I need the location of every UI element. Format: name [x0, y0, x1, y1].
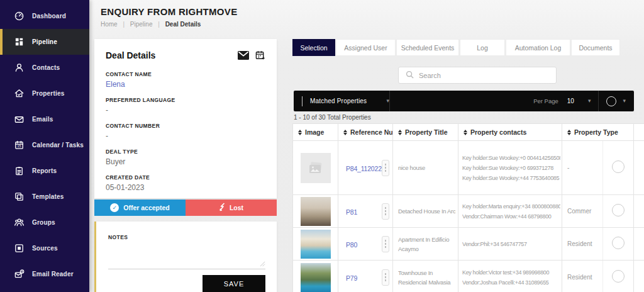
column-header-image[interactable]: Image: [293, 124, 338, 141]
search-icon: [406, 70, 414, 81]
column-header-contacts[interactable]: Property contacts: [458, 124, 562, 141]
sidebar: Dashboard Pipeline Contacts Properties E…: [0, 0, 89, 292]
property-contact: Vendor:Chairman Wow:+44 68798800: [462, 213, 560, 220]
column-header-cutoff: [634, 124, 644, 141]
toolbar-tick: [302, 96, 303, 106]
kebab-menu-icon[interactable]: [382, 269, 389, 286]
field-created-date: CREATED DATE 05-01-2023: [106, 174, 265, 192]
select-property-radio[interactable]: [612, 160, 625, 173]
column-header-type[interactable]: Property Type: [562, 124, 634, 141]
notes-label: NOTES: [108, 234, 265, 240]
status-circle-icon[interactable]: [606, 96, 616, 106]
breadcrumb-deal-details: Deal Details: [165, 21, 201, 28]
kebab-menu-icon[interactable]: [382, 160, 389, 176]
breadcrumb-separator: |: [158, 21, 160, 28]
sidebar-item-sources[interactable]: Sources: [0, 235, 89, 261]
toolbar-divider: [389, 91, 390, 111]
properties-icon: [13, 88, 25, 99]
sidebar-item-groups[interactable]: Groups: [0, 210, 89, 235]
property-thumbnail[interactable]: [301, 197, 331, 226]
property-contact: Vendor:Joshua Pacelli:+44 31089655: [462, 279, 560, 286]
dashboard-icon: [13, 11, 25, 22]
property-thumbnail[interactable]: [301, 230, 331, 259]
sidebar-item-properties[interactable]: Properties: [0, 81, 89, 106]
save-button[interactable]: SAVE: [203, 275, 265, 292]
sort-icon: [567, 130, 571, 135]
column-header-title[interactable]: Property Title: [393, 124, 458, 141]
tab-log[interactable]: Log: [460, 39, 505, 56]
chevron-down-icon[interactable]: ▾: [588, 98, 591, 104]
property-title: Townhouse In: [398, 269, 455, 276]
sidebar-item-contacts[interactable]: Contacts: [0, 55, 89, 81]
property-thumbnail[interactable]: [301, 263, 331, 292]
contacts-icon: [13, 62, 25, 74]
tab-scheduled-events[interactable]: Scheduled Events: [396, 39, 459, 56]
matched-properties-dropdown[interactable]: Matched Properties ▾: [303, 98, 389, 104]
breadcrumb: Home | Pipeline | Deal Details: [101, 21, 201, 28]
property-thumbnail[interactable]: [301, 153, 331, 183]
lost-button[interactable]: Lost: [186, 199, 277, 216]
sidebar-item-emails[interactable]: Emails: [0, 106, 89, 132]
search-box: [398, 67, 557, 84]
notes-card: NOTES SAVE: [94, 222, 277, 292]
results-summary: 1 - 10 of 30 Total Properties: [294, 114, 371, 121]
per-page-label: Per Page: [533, 98, 558, 104]
deal-details-card: Deal Details CONTACT NAME Elena PREFERRE…: [94, 39, 277, 198]
breadcrumb-pipeline[interactable]: Pipeline: [130, 21, 153, 28]
sort-icon: [398, 130, 402, 135]
offer-accepted-button[interactable]: ✓ Offer accepted: [94, 199, 186, 216]
tab-assigned-user[interactable]: Assigned User: [336, 39, 396, 56]
search-input[interactable]: [419, 72, 545, 79]
field-deal-type: DEAL TYPE Buyer: [106, 149, 265, 166]
property-type: -: [562, 141, 603, 195]
select-property-radio[interactable]: [612, 270, 625, 283]
kebab-menu-icon[interactable]: [382, 236, 389, 252]
reference-link[interactable]: P79: [346, 274, 357, 282]
chevron-down-icon[interactable]: ▾: [623, 98, 626, 104]
svg-text:15: 15: [17, 144, 21, 148]
select-property-radio[interactable]: [612, 204, 625, 216]
tab-selection[interactable]: Selection: [292, 39, 335, 56]
sources-icon: [13, 243, 25, 254]
resize-handle-icon[interactable]: [260, 258, 265, 269]
sidebar-item-pipeline[interactable]: Pipeline: [0, 29, 89, 55]
table-row: P81 Detached House In Arona Key holder:M…: [293, 195, 644, 228]
reference-link[interactable]: P81: [346, 208, 357, 216]
per-page-value[interactable]: 10: [567, 98, 574, 104]
tab-bar: Selection Assigned User Scheduled Events…: [292, 39, 620, 56]
deal-action-buttons: ✓ Offer accepted Lost: [94, 199, 277, 216]
check-circle-icon: ✓: [110, 203, 119, 212]
contact-name-link[interactable]: Elena: [106, 80, 265, 89]
select-property-radio[interactable]: [612, 237, 625, 249]
sidebar-item-reports[interactable]: Reports: [0, 158, 89, 184]
tab-automation-log[interactable]: Automation Log: [506, 39, 570, 56]
notes-textarea[interactable]: [108, 249, 265, 269]
column-header-reference[interactable]: Reference Nu...: [338, 124, 393, 141]
sort-icon: [464, 130, 467, 135]
tab-documents[interactable]: Documents: [571, 39, 620, 56]
table-row: P80 Apartment In Edificio Acaymo Vendor:…: [293, 228, 644, 261]
sidebar-item-dashboard[interactable]: Dashboard: [0, 3, 89, 29]
lost-zigzag-icon: [219, 203, 225, 213]
sidebar-item-email-reader[interactable]: Email Reader: [0, 261, 89, 287]
sidebar-item-templates[interactable]: Templates: [0, 184, 89, 210]
property-contact: Key holder:Victor test:+34 989998800: [462, 269, 560, 276]
property-contact: Key holder:Sue Wookey:+44 7753640085: [462, 175, 560, 181]
sidebar-item-calendar-tasks[interactable]: 15 Calendar / Tasks: [0, 132, 89, 158]
send-email-icon[interactable]: [238, 51, 249, 62]
image-placeholder-icon: [308, 162, 323, 174]
kebab-menu-icon[interactable]: [382, 203, 389, 220]
property-contact: Vendor:Phil:+34 546747757: [462, 241, 560, 247]
property-title: Acaymo: [398, 245, 455, 252]
breadcrumb-home[interactable]: Home: [101, 21, 118, 28]
table-row: P84_1120223 nice house Key holder:Sue Wo…: [293, 141, 644, 195]
reference-link[interactable]: P80: [346, 241, 357, 249]
property-contact: Key holder:Sue Wookey:+0 00441425650860: [462, 155, 560, 161]
property-title: Residencial Malvasia: [398, 279, 455, 286]
emails-icon: [13, 114, 25, 125]
reference-link[interactable]: P84_1120223: [346, 165, 385, 172]
toolbar-divider: [598, 91, 599, 111]
email-reader-icon: [13, 269, 25, 280]
calendar-add-icon[interactable]: [255, 50, 265, 63]
table-header-row: Image Reference Nu... Property Title Pro…: [293, 124, 644, 141]
